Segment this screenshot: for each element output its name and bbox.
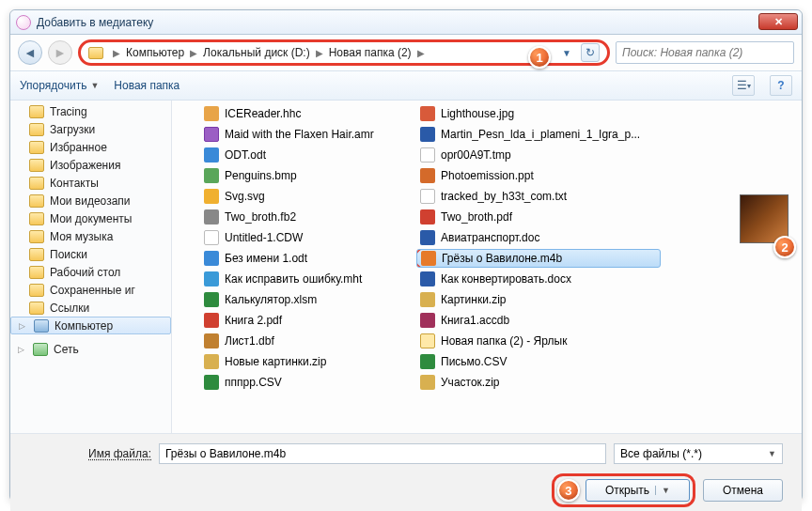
cancel-button[interactable]: Отмена: [703, 479, 783, 502]
chevron-right-icon[interactable]: ▶: [415, 48, 427, 58]
file-item[interactable]: Новые картинки.zip: [200, 352, 416, 371]
file-name: Калькулятор.xlsm: [225, 293, 317, 306]
file-item[interactable]: ICEReader.hhc: [200, 104, 416, 123]
sidebar-item[interactable]: Поиски: [10, 245, 171, 263]
file-icon: [420, 147, 435, 163]
back-button[interactable]: ◄: [18, 40, 42, 65]
file-item[interactable]: Как исправить ошибку.mht: [200, 270, 416, 288]
sidebar-item[interactable]: Tracing: [10, 102, 171, 120]
file-name: Как исправить ошибку.mht: [225, 272, 362, 286]
search-box[interactable]: [616, 41, 794, 64]
file-name: ODT.odt: [225, 148, 266, 162]
help-button[interactable]: ?: [770, 75, 792, 96]
file-item[interactable]: Картинки.zip: [416, 290, 661, 309]
file-icon: [204, 354, 219, 369]
folder-icon: [29, 194, 44, 208]
folder-icon: [29, 302, 44, 315]
breadcrumb-drive[interactable]: Локальный диск (D:): [203, 46, 310, 59]
file-item[interactable]: Untitled-1.CDW: [200, 228, 416, 247]
file-item[interactable]: Photoemission.ppt: [416, 166, 661, 185]
file-icon: [420, 106, 435, 121]
file-item[interactable]: Как конвертировать.docx: [416, 270, 661, 288]
sidebar-network[interactable]: ▷Сеть: [10, 340, 171, 358]
file-item[interactable]: Без имени 1.odt: [200, 249, 416, 268]
file-name: Penguins.bmp: [225, 169, 297, 182]
refresh-button[interactable]: ↻: [581, 43, 600, 62]
sidebar-item[interactable]: Изображения: [10, 156, 171, 174]
file-item[interactable]: Лист1.dbf: [200, 332, 416, 350]
file-item[interactable]: tracked_by_h33t_com.txt: [416, 187, 661, 206]
filetype-filter[interactable]: Все файлы (*.*) ▼: [614, 443, 783, 464]
file-name: Письмо.CSV: [441, 355, 508, 368]
expand-icon[interactable]: ▷: [19, 321, 28, 331]
chevron-down-icon[interactable]: ▼: [655, 486, 670, 495]
filename-label: Имя файла:: [29, 447, 151, 460]
breadcrumb-folder[interactable]: Новая папка (2): [329, 46, 412, 59]
sidebar-item[interactable]: Мои видеозапи: [10, 192, 171, 209]
file-name: Martin_Pesn_lda_i_plameni_1_Igra_p...: [441, 128, 640, 141]
forward-button[interactable]: ►: [48, 40, 72, 65]
itunes-icon: [16, 15, 31, 30]
sidebar-item[interactable]: Мои документы: [10, 209, 171, 227]
file-item[interactable]: Two_broth.fb2: [200, 208, 416, 226]
expand-icon[interactable]: ▷: [18, 345, 27, 354]
file-item[interactable]: Книга 2.pdf: [200, 311, 416, 330]
file-item[interactable]: Новая папка (2) - Ярлык: [416, 332, 661, 350]
file-item[interactable]: Svg.svg: [200, 187, 416, 206]
breadcrumb-computer[interactable]: Компьютер: [126, 46, 184, 59]
file-item[interactable]: пппрр.CSV: [200, 373, 416, 392]
search-input[interactable]: [622, 46, 788, 59]
file-icon: [204, 230, 219, 245]
sidebar-computer[interactable]: ▷Компьютер: [10, 317, 171, 334]
address-dropdown[interactable]: ▼: [556, 48, 577, 58]
sidebar-item[interactable]: Контакты: [10, 174, 171, 192]
file-item[interactable]: Авиатранспорт.doc: [416, 228, 661, 247]
folder-icon: [29, 248, 44, 261]
file-item[interactable]: Martin_Pesn_lda_i_plameni_1_Igra_p...: [416, 125, 661, 144]
file-name: Untitled-1.CDW: [225, 231, 303, 244]
address-bar[interactable]: ▶ Компьютер ▶ Локальный диск (D:) ▶ Нова…: [78, 39, 610, 66]
file-item[interactable]: opr00A9T.tmp: [416, 146, 661, 164]
file-item[interactable]: Грёзы о Вавилоне.m4b: [416, 249, 661, 268]
folder-icon: [29, 266, 44, 279]
file-icon: [204, 147, 219, 163]
file-item[interactable]: ODT.odt: [200, 146, 416, 164]
file-item[interactable]: Калькулятор.xlsm: [200, 290, 416, 309]
sidebar-item[interactable]: Сохраненные иг: [10, 281, 171, 299]
view-menu-button[interactable]: ☰▾: [732, 75, 755, 96]
file-icon: [204, 271, 219, 286]
file-icon: [204, 313, 219, 328]
nav-row: ◄ ► ▶ Компьютер ▶ Локальный диск (D:) ▶ …: [10, 35, 802, 70]
sidebar-item[interactable]: Рабочий стол: [10, 263, 171, 281]
chevron-right-icon[interactable]: ▶: [111, 48, 122, 58]
file-item[interactable]: Lighthouse.jpg: [416, 104, 661, 123]
folder-icon: [88, 47, 103, 59]
file-icon: [420, 292, 435, 307]
file-name: Photoemission.ppt: [441, 169, 534, 182]
open-button[interactable]: Открыть ▼: [586, 479, 690, 502]
sidebar-item[interactable]: Избранное: [10, 138, 171, 156]
file-item[interactable]: Книга1.accdb: [416, 311, 661, 330]
file-name: Книга 2.pdf: [225, 314, 282, 327]
chevron-right-icon[interactable]: ▶: [188, 48, 199, 58]
file-name: Svg.svg: [225, 190, 265, 203]
new-folder-button[interactable]: Новая папка: [114, 79, 180, 92]
file-icon: [204, 209, 219, 225]
sidebar-item[interactable]: Моя музыка: [10, 227, 171, 245]
file-item[interactable]: Maid with the Flaxen Hair.amr: [200, 125, 416, 144]
file-item[interactable]: Two_broth.pdf: [416, 208, 661, 226]
close-button[interactable]: ✕: [758, 13, 798, 30]
file-item[interactable]: Участок.zip: [416, 373, 661, 392]
sidebar-item[interactable]: Загрузки: [10, 120, 171, 138]
file-name: Новая папка (2) - Ярлык: [441, 334, 567, 348]
file-icon: [204, 189, 219, 204]
chevron-right-icon[interactable]: ▶: [314, 48, 325, 58]
file-item[interactable]: Письмо.CSV: [416, 352, 661, 371]
file-item[interactable]: Penguins.bmp: [200, 166, 416, 185]
filename-input[interactable]: [159, 443, 606, 464]
file-icon: [204, 292, 219, 307]
folder-icon: [29, 123, 44, 136]
organize-menu[interactable]: Упорядочить ▼: [20, 79, 99, 92]
file-name: Maid with the Flaxen Hair.amr: [225, 128, 374, 141]
sidebar-item[interactable]: Ссылки: [10, 299, 171, 317]
